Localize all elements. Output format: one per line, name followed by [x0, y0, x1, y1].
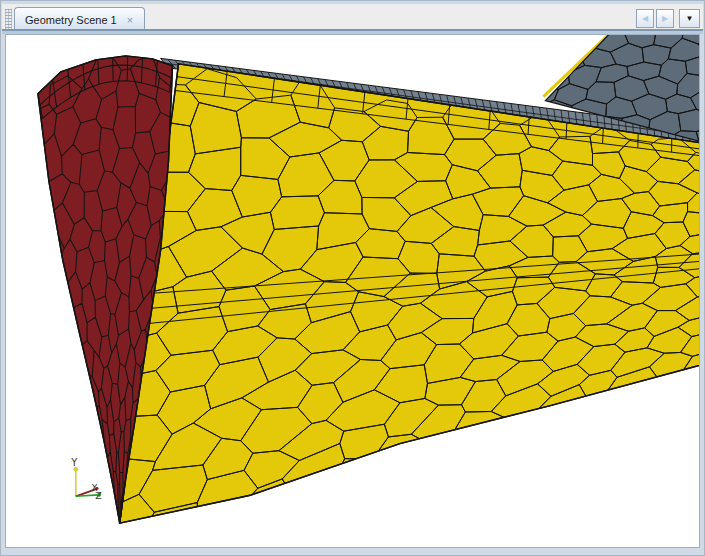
tab-close-icon[interactable]: × [125, 14, 135, 27]
scroll-left-icon: ◀ [642, 14, 648, 23]
scroll-tabs-left-button[interactable]: ◀ [636, 9, 654, 28]
z-axis-label: Z [95, 490, 102, 501]
tab-label: Geometry Scene 1 [25, 14, 117, 26]
scene-viewport[interactable]: Y X Z [5, 34, 700, 548]
tab-controls: ◀ ▶ ▼ [634, 9, 700, 28]
tab-list-dropdown-button[interactable]: ▼ [679, 9, 700, 28]
chevron-down-icon: ▼ [686, 14, 694, 23]
y-axis-label: Y [70, 457, 78, 468]
tab-drag-grip [5, 9, 12, 29]
polyhedral-mesh [6, 35, 699, 547]
scroll-right-icon: ▶ [662, 14, 668, 23]
scroll-tabs-right-button[interactable]: ▶ [656, 9, 674, 28]
tab-bar: Geometry Scene 1 × ◀ ▶ ▼ [2, 2, 703, 29]
scene-window: Geometry Scene 1 × ◀ ▶ ▼ Y X Z [0, 0, 705, 556]
geometry-scene-canvas[interactable]: Y X Z [6, 35, 699, 547]
